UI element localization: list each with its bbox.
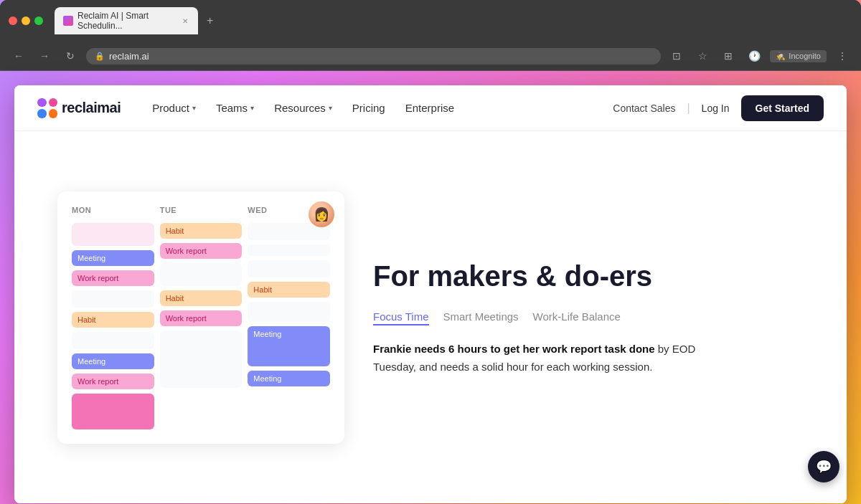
close-button[interactable] [9,16,17,25]
reload-button[interactable]: ↻ [60,46,80,66]
logo-dot-pink [49,98,58,108]
nav-item-product[interactable]: Product ▾ [144,96,204,120]
cal-block-meeting-2: Meeting [72,353,154,369]
site-logo[interactable]: reclaimai [37,98,121,118]
nav-divider: | [687,102,690,115]
chevron-down-icon: ▾ [192,104,196,112]
new-tab-button[interactable]: + [201,14,219,27]
forward-button[interactable]: → [34,46,55,66]
avatar-image: 👩 [309,201,334,227]
titlebar: Reclaim AI | Smart Schedulin... ✕ + [0,0,861,42]
nav-label-resources: Resources [274,102,326,114]
cal-block-empty-sm [248,244,330,256]
cal-block-meeting: Meeting [72,250,154,266]
tab-favicon [63,16,73,26]
cal-col-mon: Meeting Work report Habit Meeting Work r… [72,223,154,429]
nav-item-pricing[interactable]: Pricing [344,96,394,120]
hero-section: 👩 MON TUE WED Meeting Work report Habit [14,131,847,503]
cal-block-work-report: Work report [72,270,154,286]
extension-icon[interactable]: ⊞ [718,46,738,66]
cal-block-empty [72,332,154,349]
nav-actions: Contact Sales | Log In Get Started [613,95,824,121]
cal-block-habit-tue: Habit [160,223,243,239]
get-started-button[interactable]: Get Started [741,95,824,121]
chevron-down-icon: ▾ [329,104,332,112]
nav-label-pricing: Pricing [352,102,385,114]
traffic-lights [9,16,43,25]
nav-item-teams[interactable]: Teams ▾ [207,96,263,120]
hero-tabs: Focus Time Smart Meetings Work-Life Bala… [373,310,804,325]
logo-text: reclaimai [62,100,121,116]
history-icon[interactable]: 🕐 [744,46,764,66]
hero-description: Frankie needs 6 hours to get her work re… [373,340,718,376]
contact-sales-link[interactable]: Contact Sales [613,103,675,114]
chat-widget[interactable]: 💬 [808,451,839,482]
tab-close-icon[interactable]: ✕ [181,16,189,26]
cal-block-empty-3 [248,302,330,322]
login-link[interactable]: Log In [702,103,730,114]
browser-toolbar: ← → ↻ 🔒 reclaim.ai ⊡ ☆ ⊞ 🕐 🕵 Incognito ⋮ [0,42,861,71]
tab-title: Reclaim AI | Smart Schedulin... [77,11,177,31]
calendar-columns: Meeting Work report Habit Meeting Work r… [72,223,330,429]
hero-description-bold: Frankie needs 6 hours to get her work re… [373,343,655,355]
menu-icon[interactable]: ⋮ [832,46,852,66]
cal-block-empty [72,290,154,308]
tab-bar: Reclaim AI | Smart Schedulin... ✕ + [55,7,852,34]
hero-content: For makers & do-ers Focus Time Smart Mee… [373,259,804,376]
avatar: 👩 [307,200,336,229]
lock-icon: 🔒 [95,52,105,61]
chevron-down-icon: ▾ [250,104,254,112]
day-label-mon: MON [72,206,154,214]
cal-block-habit-wed: Habit [248,282,330,298]
cal-block-meeting-wed: Meeting [248,326,330,366]
maximize-button[interactable] [34,16,43,25]
day-label-tue: TUE [160,206,243,214]
cal-block-habit-tue-2: Habit [160,290,243,306]
incognito-icon: 🕵 [776,52,786,61]
incognito-label: Incognito [789,52,821,60]
cal-block-pink-tall [72,394,154,429]
calendar-mock: 👩 MON TUE WED Meeting Work report Habit [57,191,344,444]
cal-block-work-report-2: Work report [72,374,154,389]
logo-dot-purple [37,98,47,108]
cal-col-tue: Habit Work report Habit Work report [160,223,243,429]
toolbar-actions: ⊡ ☆ ⊞ 🕐 🕵 Incognito ⋮ [667,46,852,66]
site-nav: reclaimai Product ▾ Teams ▾ Resources ▾ … [14,85,847,131]
cal-block [72,223,154,246]
address-text: reclaim.ai [109,51,149,62]
nav-label-teams: Teams [216,102,248,114]
cal-block-work-report-tue: Work report [160,243,243,259]
cast-icon[interactable]: ⊡ [667,46,687,66]
logo-dot-blue [37,109,47,118]
cal-block-habit: Habit [72,312,154,328]
cal-block-empty [160,263,243,286]
tab-focus-time[interactable]: Focus Time [373,310,429,325]
back-button[interactable]: ← [9,46,29,66]
cal-col-wed: Habit Meeting Meeting [248,223,330,429]
nav-links: Product ▾ Teams ▾ Resources ▾ Pricing En… [144,96,613,120]
nav-label-product: Product [152,102,189,114]
hero-title: For makers & do-ers [373,259,804,293]
tab-work-life-balance[interactable]: Work-Life Balance [533,310,621,325]
chat-icon: 💬 [816,459,832,475]
cal-block-meeting-wed-2: Meeting [248,371,330,386]
active-tab[interactable]: Reclaim AI | Smart Schedulin... ✕ [55,7,198,34]
logo-icon [37,98,57,118]
nav-label-enterprise: Enterprise [405,102,454,114]
browser-content: reclaimai Product ▾ Teams ▾ Resources ▾ … [14,85,847,503]
logo-dot-orange [49,109,58,118]
browser-window: Reclaim AI | Smart Schedulin... ✕ + ← → … [0,0,861,71]
page-wrapper: reclaimai Product ▾ Teams ▾ Resources ▾ … [0,71,861,504]
bookmark-icon[interactable]: ☆ [692,46,712,66]
calendar-header: MON TUE WED [72,206,330,214]
address-bar[interactable]: 🔒 reclaim.ai [86,48,661,65]
cal-block-empty-2 [248,260,330,277]
tab-smart-meetings[interactable]: Smart Meetings [443,310,519,325]
cal-block-empty-tall [160,331,243,388]
nav-item-enterprise[interactable]: Enterprise [397,96,463,120]
nav-item-resources[interactable]: Resources ▾ [265,96,341,120]
minimize-button[interactable] [22,16,30,25]
cal-block-work-report-tue-2: Work report [160,310,243,326]
incognito-badge: 🕵 Incognito [770,50,827,62]
